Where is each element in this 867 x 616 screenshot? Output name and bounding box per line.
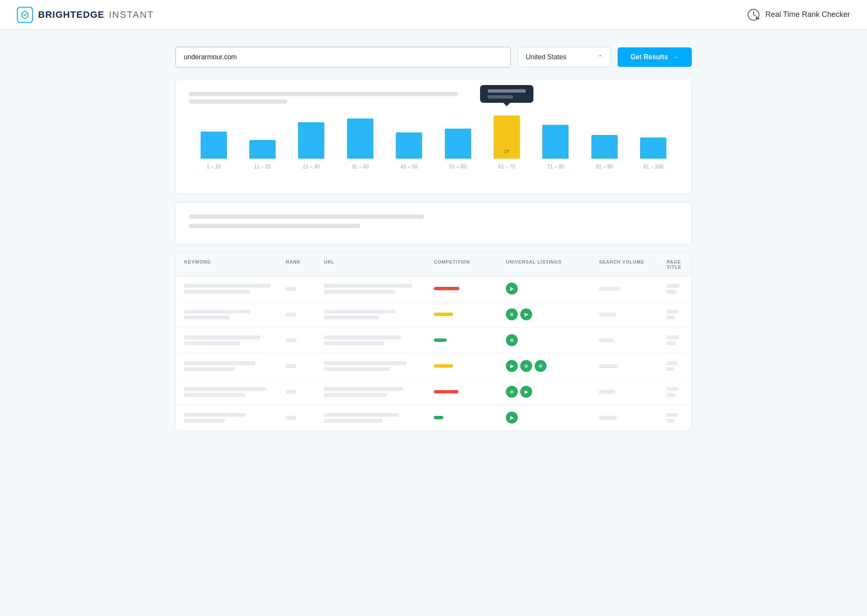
chart-title-line1 — [189, 92, 458, 96]
universal-listing-icon-local: ⊕ — [506, 386, 518, 398]
bar-71–80[interactable] — [542, 125, 569, 159]
cell-rank — [286, 287, 324, 291]
universal-listing-icon-video: ▶ — [506, 283, 518, 294]
table-row: ▶⊕⊕ — [176, 353, 691, 379]
bar-label: 61 – 70 — [498, 164, 515, 170]
country-label: United States — [526, 53, 566, 61]
universal-listing-icon-video: ▶ — [506, 360, 518, 372]
cell-keyword — [184, 387, 286, 397]
logo-icon — [17, 7, 33, 23]
cell-search-volume — [599, 416, 667, 420]
bar-label: 21 – 30 — [303, 164, 320, 170]
universal-listing-icon-video: ▶ — [520, 308, 532, 320]
bar-81–90[interactable] — [591, 135, 618, 159]
cell-keyword — [184, 361, 286, 371]
bar-1–10[interactable] — [201, 132, 227, 159]
header-title: Real Time Rank Checker — [765, 10, 850, 19]
summary-line2 — [189, 224, 360, 228]
table-header: KEYWORD RANK URL COMPETITION UNIVERSAL L… — [176, 253, 691, 276]
rank-checker-icon — [746, 7, 761, 22]
svg-rect-1 — [756, 16, 757, 19]
bar-group-11–20: 11 – 20 — [249, 140, 276, 170]
bar-41–50[interactable] — [396, 132, 422, 159]
cell-url — [324, 284, 434, 294]
table-row: ⊕ — [176, 327, 691, 353]
bar-label: 11 – 20 — [254, 164, 271, 170]
table-row: ▶ — [176, 276, 691, 302]
cell-page-title — [667, 336, 683, 345]
universal-listing-icon-video: ▶ — [520, 386, 532, 398]
cell-keyword — [184, 310, 286, 319]
col-page-title: PAGE TITLE — [667, 259, 683, 270]
main-content: United States ⌃ Get Results → 1 – 1011 –… — [163, 30, 704, 448]
cell-universal-listings: ⊕▶ — [506, 308, 599, 320]
cell-search-volume — [599, 364, 667, 368]
col-url: URL — [324, 259, 434, 270]
country-select[interactable]: United States ⌃ — [518, 47, 611, 67]
bar-21–30[interactable] — [298, 122, 324, 159]
table-row: ⊕▶ — [176, 302, 691, 327]
domain-search-input[interactable] — [175, 47, 511, 68]
svg-rect-2 — [758, 17, 759, 19]
col-search-volume: SEARCH VOLUME — [599, 259, 667, 270]
cell-url — [324, 413, 434, 423]
search-row: United States ⌃ Get Results → — [175, 47, 692, 68]
bar-51–60[interactable] — [445, 129, 471, 159]
cell-rank — [286, 364, 324, 368]
cell-keyword — [184, 284, 286, 294]
bar-label: 91 – 100 — [643, 164, 663, 170]
cell-keyword — [184, 336, 286, 345]
cell-search-volume — [599, 390, 667, 394]
cell-search-volume — [599, 338, 667, 342]
bar-label: 51 – 60 — [450, 164, 467, 170]
cell-page-title — [667, 284, 683, 294]
bar-group-91–100: 91 – 100 — [640, 138, 666, 170]
bar-group-61–70: ☞61 – 70 — [494, 116, 520, 170]
cell-rank — [286, 390, 324, 394]
cell-universal-listings: ⊕▶ — [506, 386, 599, 398]
cell-competition — [434, 416, 506, 419]
cell-competition — [434, 338, 506, 342]
bar-91–100[interactable] — [640, 138, 666, 159]
bar-label: 81 – 90 — [596, 164, 613, 170]
cell-rank — [286, 416, 324, 420]
bar-group-41–50: 41 – 50 — [396, 132, 422, 170]
table-row: ▶ — [176, 405, 691, 430]
header-right: Real Time Rank Checker — [746, 7, 850, 22]
cell-url — [324, 361, 434, 371]
get-results-button[interactable]: Get Results → — [618, 47, 692, 67]
col-keyword: KEYWORD — [184, 259, 286, 270]
cell-page-title — [667, 413, 683, 423]
cell-universal-listings: ▶⊕⊕ — [506, 360, 599, 372]
col-competition: COMPETITION — [434, 259, 506, 270]
chart-title-line2 — [189, 99, 287, 104]
cell-url — [324, 387, 434, 397]
summary-line1 — [189, 214, 424, 219]
bar-group-51–60: 51 – 60 — [445, 129, 471, 170]
bar-31–40[interactable] — [347, 118, 373, 159]
universal-listing-icon-review: ⊕ — [520, 360, 532, 372]
bar-label: 41 – 50 — [400, 164, 417, 170]
universal-listing-icon-local: ⊕ — [535, 360, 547, 372]
cell-url — [324, 310, 434, 319]
table-body: ▶⊕▶⊕▶⊕⊕⊕▶▶ — [176, 276, 691, 430]
chart-title-area — [189, 92, 678, 104]
cell-page-title — [667, 361, 683, 371]
bar-group-21–30: 21 – 30 — [298, 122, 324, 170]
cell-universal-listings: ⊕ — [506, 334, 599, 346]
col-rank: RANK — [286, 259, 324, 270]
cell-competition — [434, 287, 506, 290]
chart-card: 1 – 1011 – 2021 – 3031 – 4041 – 5051 – 6… — [175, 80, 692, 194]
cell-page-title — [667, 310, 683, 319]
bar-group-71–80: 71 – 80 — [542, 125, 569, 170]
table-row: ⊕▶ — [176, 379, 691, 405]
bar-61–70[interactable]: ☞ — [494, 116, 520, 159]
cell-universal-listings: ▶ — [506, 283, 599, 294]
cell-keyword — [184, 413, 286, 423]
header: BRIGHTEDGE INSTANT Real Time Rank Checke… — [0, 0, 867, 30]
cell-competition — [434, 313, 506, 316]
bar-11–20[interactable] — [249, 140, 276, 159]
universal-listing-icon-video: ▶ — [506, 412, 518, 424]
logo-area: BRIGHTEDGE INSTANT — [17, 7, 154, 23]
cell-competition — [434, 390, 506, 393]
